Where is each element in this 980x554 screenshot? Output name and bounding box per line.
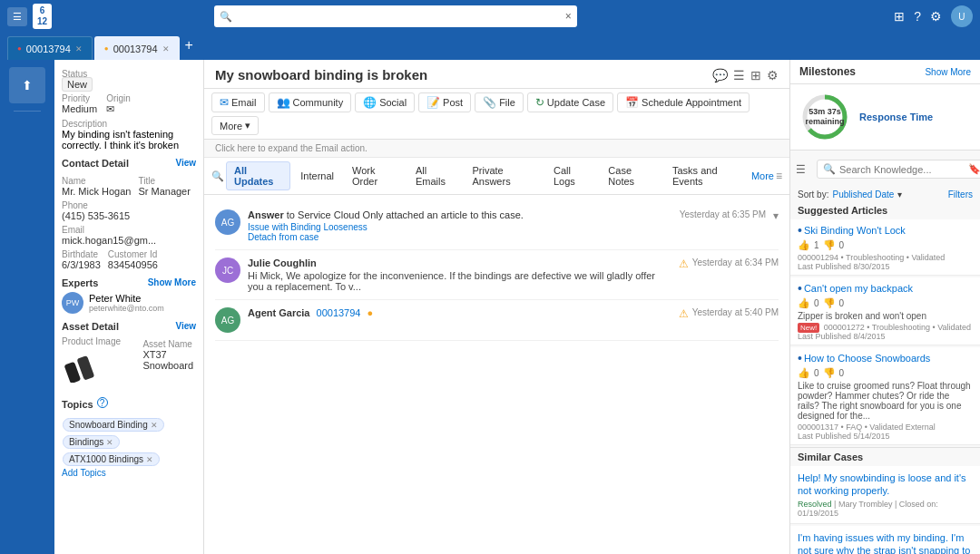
article-title-2[interactable]: Can't open my backpack (804, 283, 913, 294)
feed-detach-link-1[interactable]: Detach from case (248, 232, 672, 242)
email-button[interactable]: ✉ Email (211, 92, 265, 112)
thumbsdown-1[interactable]: 👎 (823, 239, 836, 251)
email-label: Email (62, 225, 196, 235)
community-icon: 👥 (277, 96, 290, 109)
title-field: Title Sr Manager (138, 172, 190, 197)
case-grid-icon[interactable]: ⊞ (750, 68, 761, 83)
email-label: Email (231, 97, 257, 108)
thumbsdown-2[interactable]: 👎 (823, 297, 836, 309)
more-actions-button[interactable]: More ▾ (211, 116, 259, 135)
knowledge-search-input[interactable] (839, 164, 965, 175)
tag-snowboard-binding-close[interactable]: ✕ (151, 421, 158, 430)
tab-all-emails[interactable]: All Emails (407, 161, 463, 190)
grid-icon[interactable]: ⊞ (894, 9, 905, 24)
experts-show-more-link[interactable]: Show More (148, 277, 196, 288)
knowledge-filter-icon[interactable]: 🔖 (968, 163, 980, 175)
filter-sort-icon[interactable]: ≡ (776, 170, 782, 182)
left-sidebar: ⬆ (0, 60, 54, 554)
contact-detail-view-link[interactable]: View (175, 158, 196, 169)
add-topics-button[interactable]: Add Topics (62, 468, 106, 478)
tab-more[interactable]: More (751, 170, 774, 181)
tab-1[interactable]: ● 00013794 ✕ (7, 36, 93, 60)
tab-1-close-icon[interactable]: ✕ (75, 44, 83, 53)
nav-left: ☰ 6 12 (7, 4, 52, 29)
help-icon[interactable]: ? (914, 9, 921, 24)
case-chat-icon[interactable]: 💬 (712, 68, 728, 83)
thumbsup-1[interactable]: 👍 (798, 239, 810, 251)
article-meta-1: 000001294 • Troubleshooting • Validated … (798, 253, 973, 271)
email-icon: ✉ (220, 96, 229, 109)
tab-tasks-events[interactable]: Tasks and Events (664, 161, 750, 190)
thumbsup-3[interactable]: 👍 (798, 367, 810, 379)
sidebar-upload-button[interactable]: ⬆ (9, 67, 45, 103)
email-expand-bar[interactable]: Click here to expand the Email action. (204, 140, 789, 158)
asset-name-label: Asset Name (142, 339, 196, 349)
case-status-1: Resolved (798, 500, 832, 509)
social-button[interactable]: 🌐 Social (355, 92, 415, 112)
feed-timestamp-1: Yesterday at 6:35 PM (680, 209, 766, 242)
settings-icon[interactable]: ⚙ (930, 9, 942, 24)
tab-call-logs[interactable]: Call Logs (545, 161, 598, 190)
file-label: File (499, 97, 515, 108)
tab-private-answers[interactable]: Private Answers (464, 161, 543, 190)
contact-detail-section: Contact Detail View (62, 158, 196, 169)
title-label: Title (138, 176, 190, 186)
sort-dropdown-icon[interactable]: ▾ (897, 190, 902, 199)
knowledge-menu-icon[interactable]: ☰ (796, 163, 806, 176)
article-title-3[interactable]: How to Choose Snowboards (804, 353, 930, 364)
sort-value-link[interactable]: Published Date (832, 190, 894, 199)
tab-work-order[interactable]: Work Order (344, 161, 406, 190)
feed-menu-icon-1[interactable]: ▾ (773, 209, 779, 242)
tab-case-notes[interactable]: Case Notes (600, 161, 662, 190)
birthdate-value: 6/3/1983 (62, 259, 101, 270)
milestones-show-more-link[interactable]: Show More (925, 67, 971, 77)
similar-case-title-1[interactable]: Help! My snowbinding is loose and it's n… (798, 472, 966, 496)
feed-article-link-1[interactable]: Issue with Binding Looseness (248, 222, 672, 232)
update-case-button[interactable]: ↻ Update Case (527, 92, 613, 112)
post-button[interactable]: 📝 Post (418, 92, 471, 112)
global-search-input[interactable]: 00013794 (236, 10, 565, 23)
tab-internal[interactable]: Internal (292, 167, 342, 185)
asset-detail-view-link[interactable]: View (175, 321, 196, 332)
update-case-label: Update Case (547, 97, 605, 108)
app-menu-button[interactable]: ☰ (7, 7, 27, 26)
filters-link[interactable]: Filters (948, 190, 973, 199)
topics-help-icon[interactable]: ? (97, 397, 108, 408)
global-search-bar: 🔍 00013794 × (214, 5, 577, 27)
name-value: Mr. Mick Hogan (62, 186, 131, 197)
phone-value: (415) 535-3615 (62, 210, 130, 221)
thumbsdown-3[interactable]: 👎 (823, 367, 836, 379)
community-button[interactable]: 👥 Community (269, 92, 352, 112)
search-clear-icon[interactable]: × (565, 10, 572, 23)
feed-body-2: Hi Mick, We apologize for the inconvenie… (248, 270, 671, 292)
case-list-icon[interactable]: ☰ (733, 68, 745, 83)
center-main: My snowboard binding is broken 💬 ☰ ⊞ ⚙ ✉… (204, 60, 789, 554)
article-item-3: • How to Choose Snowboards 👍 0 👎 0 Like … (790, 347, 980, 445)
tag-snowboard-binding: Snowboard Binding ✕ (63, 418, 164, 432)
file-button[interactable]: 📎 File (475, 92, 524, 112)
detail-panel: Status New Priority Medium Origin ✉ Desc… (54, 60, 204, 554)
article-votes-3: 👍 0 👎 0 (798, 367, 973, 379)
tag-bindings-close[interactable]: ✕ (106, 438, 113, 447)
similar-case-title-2[interactable]: I'm having issues with my binding. I'm n… (798, 532, 970, 554)
tab-1-label: 00013794 (26, 44, 71, 54)
add-tab-button[interactable]: + (181, 37, 197, 53)
knowledge-search-bar: 🔍 🔖 (817, 160, 980, 179)
tab-dot-red: ● (17, 44, 22, 53)
schedule-button[interactable]: 📅 Schedule Appointment (617, 92, 750, 112)
thumbsup-2[interactable]: 👍 (798, 297, 810, 309)
case-agent-1: Mary Trombley (838, 500, 893, 509)
case-settings-icon[interactable]: ⚙ (767, 68, 779, 83)
tag-atx1000-close[interactable]: ✕ (146, 455, 153, 464)
article-title-1[interactable]: Ski Binding Won't Lock (804, 225, 906, 236)
tab-2[interactable]: ● 00013794 ✕ (94, 36, 180, 60)
feed-actor-3: Agent Garcia (248, 307, 309, 318)
nav-right: ⊞ ? ⚙ U (894, 5, 973, 27)
tab-2-close-icon[interactable]: ✕ (162, 44, 170, 53)
asset-name-value: XT37 Snowboard (142, 349, 193, 371)
title-value: Sr Manager (138, 186, 190, 197)
tab-all-updates[interactable]: All Updates (226, 161, 290, 190)
thumbsup-count-2: 0 (814, 298, 819, 308)
warning-icon-3: ⚠ (679, 307, 689, 320)
user-avatar[interactable]: U (951, 5, 973, 27)
